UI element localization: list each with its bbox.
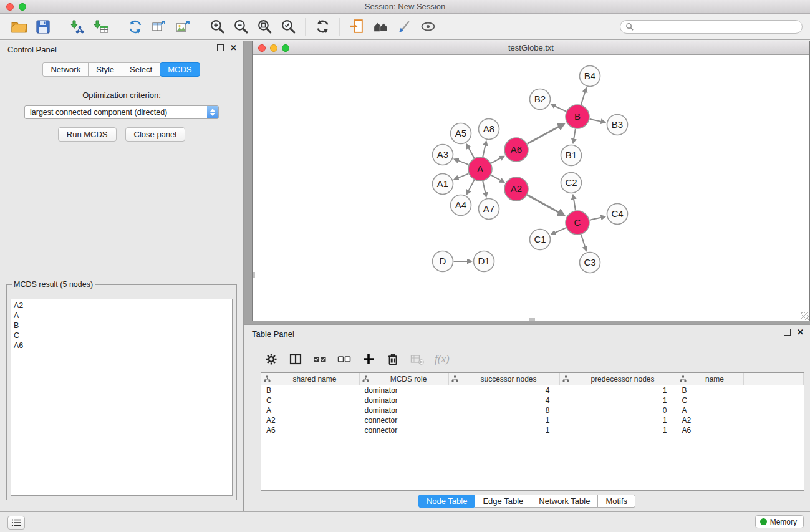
- table-row[interactable]: A2connector11A2: [261, 415, 804, 425]
- tab-select[interactable]: Select: [122, 62, 160, 77]
- search-input[interactable]: [637, 21, 797, 32]
- table-cell[interactable]: B: [261, 385, 360, 396]
- delete-column-icon[interactable]: [386, 352, 400, 366]
- table-cell[interactable]: 4: [449, 395, 560, 405]
- table-cell[interactable]: 1: [560, 385, 677, 396]
- tab-mcds[interactable]: MCDS: [160, 62, 200, 77]
- column-header-predecessor-nodes[interactable]: predecessor nodes: [560, 373, 677, 385]
- memory-button[interactable]: Memory: [755, 515, 804, 528]
- network-canvas[interactable]: B4B2BB3A5A8A6A3B1AC2A1A2A4A7C4CC1C3DD1: [253, 55, 809, 321]
- result-item[interactable]: B: [14, 321, 229, 331]
- table-cell[interactable]: dominator: [360, 405, 449, 415]
- tab-edge-table[interactable]: Edge Table: [475, 495, 531, 508]
- network-edge-A-A5[interactable]: [467, 145, 475, 158]
- function-builder-icon[interactable]: f(x): [435, 353, 450, 365]
- zoom-out-icon[interactable]: [231, 17, 251, 37]
- zoom-fit-icon[interactable]: [254, 17, 274, 37]
- network-edge-B-B4[interactable]: [581, 89, 586, 105]
- table-cell[interactable]: C: [677, 395, 744, 405]
- table-cell[interactable]: A6: [261, 425, 360, 435]
- network-edge-C-C4[interactable]: [590, 216, 605, 220]
- float-panel-icon[interactable]: [217, 44, 224, 51]
- table-row[interactable]: A6connector11A6: [261, 425, 804, 435]
- refresh-view-icon[interactable]: [312, 17, 332, 37]
- table-cell[interactable]: 1: [449, 415, 560, 425]
- export-image-icon[interactable]: [173, 17, 193, 37]
- export-network-icon[interactable]: [347, 17, 367, 37]
- float-table-panel-icon[interactable]: [784, 329, 791, 336]
- result-item[interactable]: A: [14, 311, 229, 321]
- close-table-panel-icon[interactable]: ✕: [797, 329, 804, 336]
- result-item[interactable]: A2: [14, 301, 229, 311]
- mcds-result-list[interactable]: A2ABCA6: [11, 299, 233, 496]
- home-icon[interactable]: [370, 17, 390, 37]
- tab-node-table[interactable]: Node Table: [418, 495, 476, 508]
- table-row[interactable]: Cdominator41C: [261, 395, 804, 405]
- network-edge-A6-B[interactable]: [528, 124, 564, 143]
- table-cell[interactable]: A2: [677, 415, 744, 425]
- window-titlebar[interactable]: Session: New Session: [0, 0, 810, 14]
- table-cell[interactable]: 1: [560, 415, 677, 425]
- table-cell[interactable]: 1: [560, 395, 677, 405]
- table-cell[interactable]: A2: [261, 415, 360, 425]
- panel-grip-icon[interactable]: [529, 318, 535, 321]
- zoom-selected-icon[interactable]: [278, 17, 298, 37]
- show-columns-icon[interactable]: [289, 352, 302, 366]
- table-cell[interactable]: 0: [560, 405, 677, 415]
- network-edge-A-A7[interactable]: [483, 181, 486, 196]
- column-header-successor-nodes[interactable]: successor nodes: [449, 373, 560, 385]
- table-cell[interactable]: 1: [449, 425, 560, 435]
- panel-grip-icon[interactable]: [253, 272, 255, 278]
- table-cell[interactable]: A: [261, 405, 360, 415]
- network-edge-B-B1[interactable]: [573, 129, 576, 143]
- network-edge-A-A3[interactable]: [455, 159, 468, 164]
- table-cell[interactable]: 4: [449, 385, 560, 396]
- search-box[interactable]: [620, 20, 803, 34]
- close-panel-button[interactable]: Close panel: [125, 127, 186, 142]
- table-cell[interactable]: A: [677, 405, 744, 415]
- network-edge-A-A2[interactable]: [491, 175, 504, 182]
- result-item[interactable]: A6: [14, 341, 229, 351]
- network-edge-A-A4[interactable]: [467, 180, 475, 194]
- open-session-icon[interactable]: [9, 17, 29, 37]
- table-cell[interactable]: dominator: [360, 385, 449, 396]
- column-header-mcds-role[interactable]: MCDS role: [360, 373, 449, 385]
- table-cell[interactable]: A6: [677, 425, 744, 435]
- table-row[interactable]: Adominator80A: [261, 405, 804, 415]
- table-row[interactable]: Bdominator41B: [261, 385, 804, 396]
- network-edge-A-A8[interactable]: [483, 142, 486, 157]
- deselect-all-icon[interactable]: [337, 352, 351, 366]
- criterion-dropdown[interactable]: largest connected component (directed): [24, 105, 219, 119]
- import-network-from-file-icon[interactable]: [67, 17, 87, 37]
- table-cell[interactable]: 8: [449, 405, 560, 415]
- select-all-icon[interactable]: [313, 352, 327, 366]
- zoom-in-icon[interactable]: [207, 17, 227, 37]
- task-history-button[interactable]: [7, 516, 25, 530]
- close-panel-icon[interactable]: ✕: [230, 44, 237, 51]
- save-session-icon[interactable]: [33, 17, 53, 37]
- table-cell[interactable]: connector: [360, 415, 449, 425]
- eye-icon[interactable]: [418, 17, 438, 37]
- table-cell[interactable]: B: [677, 385, 744, 396]
- tab-style[interactable]: Style: [88, 62, 122, 77]
- result-item[interactable]: C: [14, 331, 229, 341]
- import-network-icon[interactable]: [125, 17, 145, 37]
- network-edge-B-B3[interactable]: [590, 119, 605, 122]
- import-table-from-file-icon[interactable]: [91, 17, 111, 37]
- network-edge-A2-C[interactable]: [528, 195, 564, 215]
- tab-network[interactable]: Network: [42, 62, 89, 77]
- column-header-name[interactable]: name: [677, 373, 744, 385]
- table-settings-gear-icon[interactable]: [264, 352, 278, 366]
- graphics-details-icon[interactable]: [394, 17, 414, 37]
- column-header-shared-name[interactable]: shared name: [261, 373, 360, 385]
- import-table-icon[interactable]: [149, 17, 169, 37]
- network-window-titlebar[interactable]: testGlobe.txt: [253, 41, 809, 55]
- network-edge-A-A6[interactable]: [491, 157, 504, 163]
- network-edge-B-B2[interactable]: [552, 105, 566, 112]
- table-cell[interactable]: 1: [560, 425, 677, 435]
- table-cell[interactable]: C: [261, 395, 360, 405]
- window-resize-handle[interactable]: [801, 312, 809, 320]
- tab-motifs[interactable]: Motifs: [597, 495, 635, 508]
- table-cell[interactable]: connector: [360, 425, 449, 435]
- network-edge-C-C1[interactable]: [552, 228, 566, 234]
